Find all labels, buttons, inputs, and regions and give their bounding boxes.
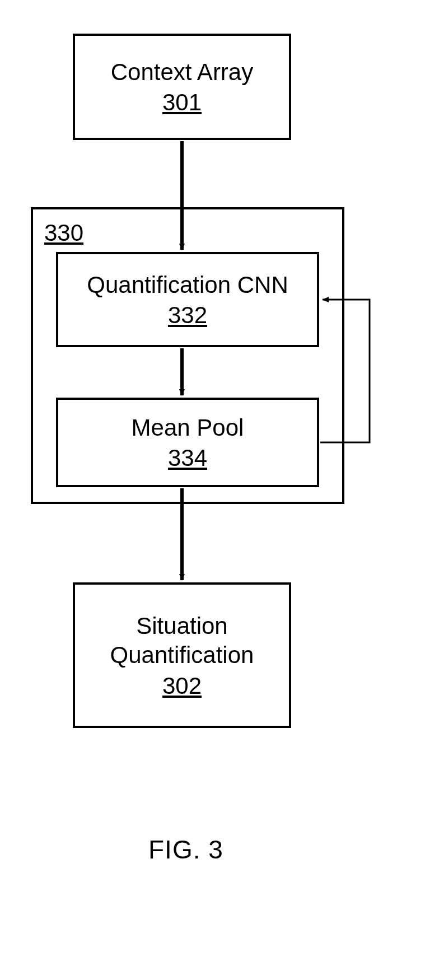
block-title-line2: Quantification: [110, 641, 254, 670]
block-title-line1: Situation: [136, 612, 227, 641]
block-number: 332: [168, 302, 207, 329]
block-number: 302: [162, 673, 202, 699]
block-context-array: Context Array 301: [73, 34, 291, 140]
block-number: 330: [44, 220, 83, 246]
block-title: Mean Pool: [132, 413, 244, 443]
figure-caption: FIG. 3: [148, 834, 223, 865]
block-title: Context Array: [111, 58, 253, 87]
block-mean-pool: Mean Pool 334: [56, 398, 319, 487]
block-situation-quantification: Situation Quantification 302: [73, 582, 291, 728]
block-title: Quantification CNN: [87, 270, 288, 300]
block-number: 301: [162, 89, 202, 116]
block-quantification-cnn: Quantification CNN 332: [56, 252, 319, 347]
block-number: 334: [168, 445, 207, 472]
diagram-canvas: Context Array 301 330 Quantification CNN…: [0, 0, 425, 980]
